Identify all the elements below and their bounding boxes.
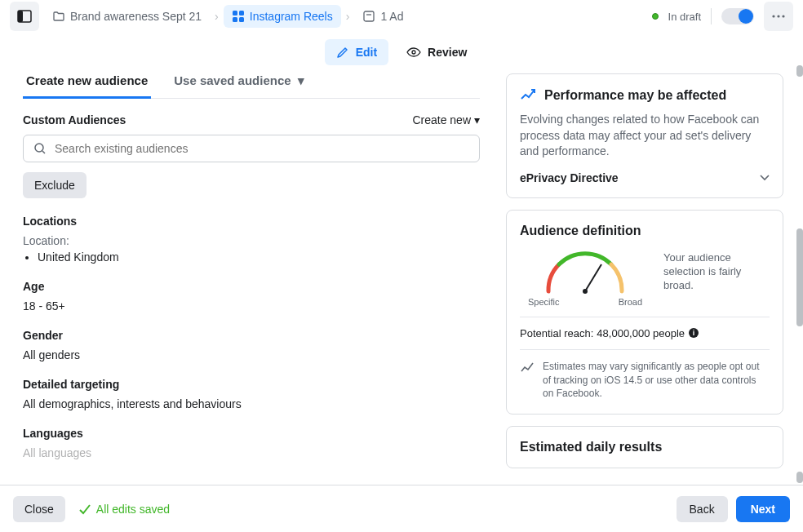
languages-heading: Languages [23, 427, 480, 440]
audience-summary: Your audience selection is fairly broad. [663, 246, 770, 293]
exclude-button[interactable]: Exclude [23, 172, 87, 198]
svg-rect-2 [233, 11, 237, 16]
gauge-box: Specific Broad [520, 246, 650, 307]
audience-search[interactable] [23, 135, 480, 162]
next-button[interactable]: Next [736, 496, 790, 522]
gauge-labels: Specific Broad [520, 295, 650, 307]
breadcrumb-ad[interactable]: 1 Ad [354, 5, 411, 28]
reach-value: 48,000,000 people [597, 327, 685, 339]
pencil-icon [336, 46, 349, 59]
ad-icon [362, 10, 375, 23]
breadcrumb-adset-label: Instagram Reels [250, 10, 333, 23]
svg-rect-1 [18, 11, 23, 22]
info-icon[interactable]: i [688, 327, 699, 339]
svg-point-8 [772, 15, 774, 17]
svg-line-14 [585, 264, 601, 291]
separator [711, 8, 712, 24]
edit-label: Edit [356, 46, 377, 59]
search-icon [33, 142, 47, 155]
languages-value: All languages [23, 446, 480, 459]
tab-create-audience[interactable]: Create new audience [23, 65, 151, 98]
performance-title: Performance may be affected [544, 88, 726, 103]
locations-block: Locations Location: United Kingdom [23, 215, 480, 264]
chevron-right-icon: › [346, 10, 350, 23]
top-right-controls: In draft [652, 2, 793, 31]
svg-point-11 [412, 51, 415, 54]
scroll-arrow-up[interactable] [796, 65, 803, 77]
age-heading: Age [23, 280, 480, 293]
svg-point-15 [583, 289, 588, 294]
audience-definition-card: Audience definition Specific Broad [506, 210, 783, 415]
performance-card: Performance may be affected Evolving cha… [506, 73, 783, 198]
status-label: In draft [668, 11, 701, 23]
eprivacy-expander[interactable]: ePrivacy Directive [520, 171, 770, 184]
ellipsis-icon [771, 15, 786, 18]
gender-value: All genders [23, 348, 480, 361]
caret-down-icon: ▾ [298, 73, 304, 87]
status-toggle[interactable] [721, 8, 754, 24]
locations-heading: Locations [23, 215, 480, 228]
close-button[interactable]: Close [13, 496, 65, 522]
breadcrumb-campaign[interactable]: Brand awareness Sept 21 [44, 5, 210, 28]
eprivacy-label: ePrivacy Directive [520, 171, 619, 184]
svg-point-9 [777, 15, 779, 17]
locations-list: United Kingdom [23, 250, 480, 264]
grid-icon [232, 10, 245, 23]
audience-tabs: Create new audience Use saved audience ▾ [23, 65, 480, 99]
scroll-arrow-down[interactable] [796, 472, 803, 483]
more-button[interactable] [764, 2, 793, 31]
right-scrollbar[interactable] [796, 65, 803, 483]
gauge-row: Specific Broad Your audience selection i… [520, 246, 770, 307]
reach-label: Potential reach: [520, 327, 593, 339]
left-panel: Create new audience Use saved audience ▾… [0, 65, 503, 483]
breadcrumb-adset[interactable]: Instagram Reels [224, 5, 341, 28]
svg-text:i: i [693, 329, 695, 337]
svg-point-10 [782, 15, 784, 17]
right-panel: Performance may be affected Evolving cha… [503, 65, 796, 483]
back-button[interactable]: Back [677, 496, 728, 522]
caret-down-icon: ▾ [474, 113, 480, 126]
review-mode-button[interactable]: Review [395, 39, 478, 65]
toggle-knob [739, 9, 753, 24]
trend-icon [520, 361, 535, 375]
performance-body: Evolving changes related to how Facebook… [520, 112, 770, 160]
eye-icon [406, 47, 421, 57]
gender-heading: Gender [23, 329, 480, 342]
performance-head: Performance may be affected [520, 87, 770, 104]
svg-rect-3 [239, 11, 244, 16]
gauge-icon [536, 246, 634, 295]
saved-label: All edits saved [96, 503, 170, 516]
scroll-thumb[interactable] [796, 228, 803, 326]
divider [520, 349, 770, 350]
tab-saved-label: Use saved audience [174, 73, 291, 87]
location-item: United Kingdom [38, 250, 480, 264]
right-wrap: Performance may be affected Evolving cha… [503, 65, 803, 483]
trend-up-icon [520, 87, 536, 104]
potential-reach: Potential reach: 48,000,000 people i [520, 327, 770, 339]
main-content: Create new audience Use saved audience ▾… [0, 65, 803, 483]
languages-block: Languages All languages [23, 427, 480, 459]
gauge-specific-label: Specific [528, 297, 560, 307]
daily-results-card: Estimated daily results [506, 426, 783, 468]
create-new-label: Create new [412, 113, 471, 126]
estimate-note-row: Estimates may vary significantly as peop… [520, 360, 770, 401]
folder-icon [52, 10, 65, 23]
footer-left: Close All edits saved [13, 496, 170, 522]
status-dot-icon [652, 13, 659, 20]
edit-mode-button[interactable]: Edit [325, 39, 388, 65]
targeting-block: Detailed targeting All demographics, int… [23, 378, 480, 410]
create-new-dropdown[interactable]: Create new ▾ [412, 113, 480, 126]
estimate-note: Estimates may vary significantly as peop… [543, 360, 770, 401]
age-block: Age 18 - 65+ [23, 280, 480, 313]
saved-indicator: All edits saved [78, 503, 170, 516]
audience-search-input[interactable] [55, 142, 469, 155]
targeting-heading: Detailed targeting [23, 378, 480, 391]
breadcrumb-ad-label: 1 Ad [380, 10, 403, 23]
divider [520, 317, 770, 317]
tab-saved-audience[interactable]: Use saved audience ▾ [171, 65, 308, 98]
panel-toggle-button[interactable] [10, 2, 39, 31]
check-icon [78, 503, 91, 516]
locations-sublabel: Location: [23, 234, 480, 247]
targeting-value: All demographics, interests and behaviou… [23, 397, 480, 410]
gauge-broad-label: Broad [619, 297, 642, 307]
